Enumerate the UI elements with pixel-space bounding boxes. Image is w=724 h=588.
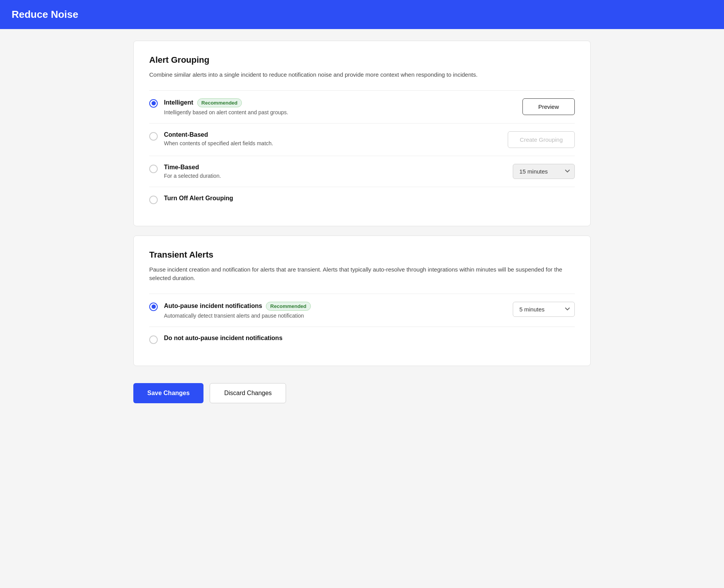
option-row-turn-off: Turn Off Alert Grouping [149,187,575,212]
option-label-time-based: Time-Based [164,164,199,171]
option-left-no-auto-pause: Do not auto-pause incident notifications [149,335,575,344]
option-label-intelligent: Intelligent [164,99,193,106]
option-left-content-based: Content-Based When contents of specified… [149,131,500,146]
option-text-content-based: Content-Based When contents of specified… [164,131,273,146]
recommended-badge-auto-pause: Recommended [266,302,310,311]
radio-content-based[interactable] [149,132,158,141]
option-left-intelligent: Intelligent Recommended Intelligently ba… [149,98,515,115]
transient-alerts-title: Transient Alerts [149,250,575,260]
option-title-row-content-based: Content-Based [164,131,273,138]
option-title-row-turn-off: Turn Off Alert Grouping [164,195,233,202]
time-based-select[interactable]: 1 minute 5 minutes 10 minutes 15 minutes… [513,164,575,179]
option-row-auto-pause: Auto-pause incident notifications Recomm… [149,294,575,327]
option-left-turn-off: Turn Off Alert Grouping [149,195,575,204]
option-row-content-based: Content-Based When contents of specified… [149,123,575,156]
radio-turn-off[interactable] [149,196,158,204]
option-sublabel-content-based: When contents of specified alert fields … [164,140,273,146]
page-title: Reduce Noise [12,9,78,20]
footer-actions: Save Changes Discard Changes [133,375,591,415]
radio-auto-pause[interactable] [149,303,158,311]
option-text-intelligent: Intelligent Recommended Intelligently ba… [164,98,288,115]
option-title-row-auto-pause: Auto-pause incident notifications Recomm… [164,302,311,311]
recommended-badge-intelligent: Recommended [197,98,242,107]
option-label-content-based: Content-Based [164,131,208,138]
option-label-turn-off: Turn Off Alert Grouping [164,195,233,202]
option-text-turn-off: Turn Off Alert Grouping [164,195,233,202]
option-sublabel-time-based: For a selected duration. [164,173,221,179]
alert-grouping-card: Alert Grouping Combine similar alerts in… [133,41,591,226]
option-row-no-auto-pause: Do not auto-pause incident notifications [149,327,575,352]
radio-time-based[interactable] [149,165,158,173]
option-title-row-no-auto-pause: Do not auto-pause incident notifications [164,335,283,342]
option-text-time-based: Time-Based For a selected duration. [164,164,221,179]
option-row-intelligent: Intelligent Recommended Intelligently ba… [149,90,575,123]
option-right-intelligent: Preview [522,98,575,115]
option-title-row-intelligent: Intelligent Recommended [164,98,288,107]
option-text-no-auto-pause: Do not auto-pause incident notifications [164,335,283,342]
option-text-auto-pause: Auto-pause incident notifications Recomm… [164,302,311,319]
save-changes-button[interactable]: Save Changes [133,383,203,403]
radio-intelligent[interactable] [149,99,158,108]
option-sublabel-intelligent: Intelligently based on alert content and… [164,109,288,115]
alert-grouping-title: Alert Grouping [149,55,575,65]
transient-alerts-description: Pause incident creation and notification… [149,265,575,283]
transient-alerts-card: Transient Alerts Pause incident creation… [133,236,591,366]
discard-changes-button[interactable]: Discard Changes [210,383,286,403]
radio-no-auto-pause[interactable] [149,335,158,344]
option-title-row-time-based: Time-Based [164,164,221,171]
option-right-content-based: Create Grouping [508,131,575,148]
preview-button[interactable]: Preview [522,98,575,115]
option-right-auto-pause: 1 minute 2 minutes 5 minutes 10 minutes … [513,302,575,317]
alert-grouping-description: Combine similar alerts into a single inc… [149,70,575,79]
option-left-auto-pause: Auto-pause incident notifications Recomm… [149,302,505,319]
option-right-time-based: 1 minute 5 minutes 10 minutes 15 minutes… [513,164,575,179]
main-content: Alert Grouping Combine similar alerts in… [122,29,602,426]
option-label-auto-pause: Auto-pause incident notifications [164,303,262,309]
option-row-time-based: Time-Based For a selected duration. 1 mi… [149,156,575,187]
option-left-time-based: Time-Based For a selected duration. [149,164,505,179]
page-header: Reduce Noise [0,0,724,29]
option-label-no-auto-pause: Do not auto-pause incident notifications [164,335,283,342]
option-sublabel-auto-pause: Automatically detect transient alerts an… [164,313,311,319]
create-grouping-button[interactable]: Create Grouping [508,131,575,148]
auto-pause-select[interactable]: 1 minute 2 minutes 5 minutes 10 minutes … [513,302,575,317]
